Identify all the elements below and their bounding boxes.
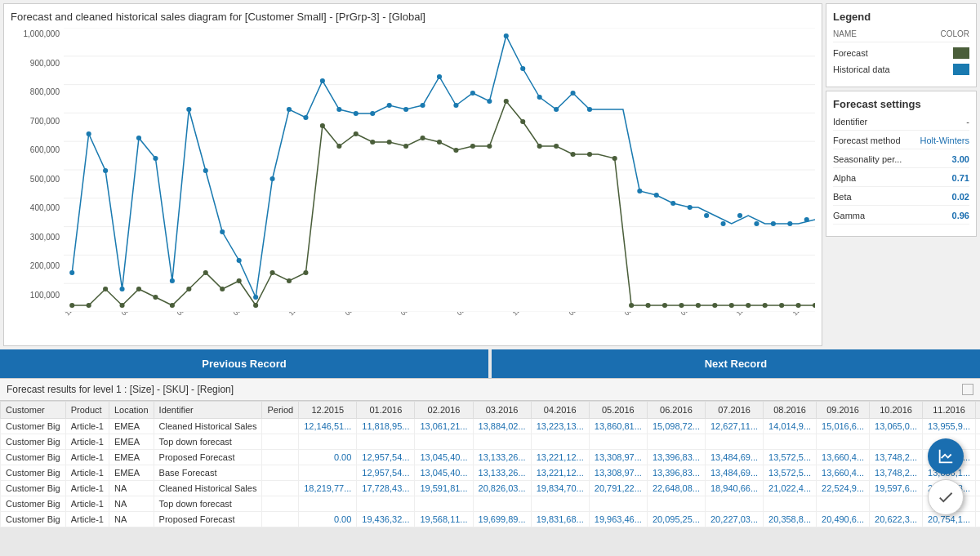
next-record-button[interactable]: Next Record <box>492 349 980 378</box>
settings-title: Forecast settings <box>833 98 969 110</box>
col-01-2016: 01.2016 <box>357 402 415 419</box>
table-title: Forecast results for level 1 : [Size] - … <box>7 384 234 395</box>
svg-point-14 <box>119 287 124 291</box>
setting-label-gamma: Gamma <box>833 211 865 220</box>
legend-item-historical: Historical data <box>833 64 969 75</box>
col-05-2016: 05.2016 <box>589 402 647 419</box>
svg-point-39 <box>537 95 542 100</box>
svg-point-62 <box>203 270 208 275</box>
svg-point-72 <box>370 140 375 145</box>
svg-point-48 <box>720 221 725 226</box>
svg-point-76 <box>437 140 442 145</box>
svg-point-55 <box>87 303 91 308</box>
svg-point-66 <box>270 270 274 275</box>
svg-point-52 <box>787 221 792 226</box>
svg-point-35 <box>470 91 475 96</box>
setting-row-beta: Beta 0.02 <box>833 192 969 206</box>
fab-chart-button[interactable] <box>928 438 964 474</box>
fab-check-button[interactable] <box>928 479 964 515</box>
setting-row-alpha: Alpha 0.71 <box>833 173 969 187</box>
svg-point-94 <box>746 303 751 308</box>
setting-value-gamma: 0.96 <box>952 211 969 220</box>
col-12-2016: 12.2016 <box>976 402 980 419</box>
setting-row-seasonality: Seasonality per... 3.00 <box>833 154 969 168</box>
legend-historical-label: Historical data <box>833 64 890 74</box>
svg-point-58 <box>136 287 141 291</box>
svg-point-33 <box>437 74 442 79</box>
col-08-2016: 08.2016 <box>764 402 817 419</box>
svg-point-68 <box>303 270 308 275</box>
nav-buttons: Previous Record Next Record <box>0 349 980 378</box>
svg-point-15 <box>136 136 141 140</box>
forecast-settings-box: Forecast settings Identifier - Forecast … <box>826 91 977 237</box>
setting-row-method: Forecast method Holt-Winters <box>833 136 969 149</box>
svg-point-27 <box>336 107 341 112</box>
setting-value-method[interactable]: Holt-Winters <box>920 136 969 145</box>
setting-row-gamma: Gamma 0.96 <box>833 211 969 225</box>
prev-record-button[interactable]: Previous Record <box>0 349 488 378</box>
svg-point-57 <box>119 303 124 308</box>
table-container: Customer Product Location Identifier Per… <box>0 401 980 527</box>
svg-point-96 <box>779 303 784 308</box>
legend-forecast-color <box>953 47 969 59</box>
svg-point-32 <box>420 103 425 108</box>
svg-point-50 <box>754 221 759 226</box>
svg-point-64 <box>237 278 242 283</box>
results-table: Customer Product Location Identifier Per… <box>0 401 980 527</box>
chart-title: Forecast and cleaned historical sales di… <box>11 11 815 23</box>
svg-point-78 <box>470 144 475 149</box>
col-03-2016: 03.2016 <box>473 402 531 419</box>
svg-point-38 <box>520 66 525 71</box>
svg-point-37 <box>504 33 509 38</box>
table-row: Customer BigArticle-1EMEATop down foreca… <box>1 434 981 450</box>
setting-value-beta: 0.02 <box>952 192 969 202</box>
top-section: Forecast and cleaned historical sales di… <box>0 0 980 349</box>
setting-label-alpha: Alpha <box>833 173 856 183</box>
table-expand-icon[interactable] <box>962 384 973 395</box>
right-panel: Legend NAME COLOR Forecast Historical da… <box>826 3 977 346</box>
col-period: Period <box>262 402 299 419</box>
table-row: Customer BigArticle-1EMEAProposed Foreca… <box>1 450 981 465</box>
svg-point-44 <box>654 193 659 198</box>
main-container: Forecast and cleaned historical sales di… <box>0 0 980 527</box>
svg-point-67 <box>287 278 292 283</box>
svg-point-12 <box>87 131 91 136</box>
svg-point-98 <box>813 303 815 308</box>
svg-point-77 <box>453 148 458 153</box>
svg-point-29 <box>370 111 375 116</box>
svg-point-91 <box>696 303 701 308</box>
svg-point-40 <box>554 107 559 112</box>
col-02-2016: 02.2016 <box>415 402 473 419</box>
setting-value-identifier: - <box>966 117 969 127</box>
legend-box: Legend NAME COLOR Forecast Historical da… <box>826 3 977 87</box>
svg-point-51 <box>771 221 776 226</box>
svg-point-88 <box>645 303 650 308</box>
svg-point-63 <box>220 287 225 291</box>
svg-point-17 <box>170 278 175 283</box>
svg-point-87 <box>629 303 634 308</box>
col-09-2016: 09.2016 <box>817 402 870 419</box>
svg-point-89 <box>662 303 667 308</box>
svg-point-79 <box>487 144 492 149</box>
svg-point-22 <box>253 295 258 300</box>
svg-point-47 <box>704 213 709 218</box>
svg-point-71 <box>354 131 359 136</box>
svg-point-26 <box>320 78 325 83</box>
svg-point-16 <box>153 156 158 161</box>
chart-wrapper: 1,000,000 900,000 800,000 700,000 600,00… <box>11 28 815 330</box>
setting-row-identifier: Identifier - <box>833 117 969 131</box>
table-row: Customer BigArticle-1EMEABase Forecast12… <box>1 465 981 481</box>
svg-point-28 <box>354 111 359 116</box>
setting-label-method: Forecast method <box>833 136 901 145</box>
svg-point-56 <box>103 287 108 291</box>
setting-label-identifier: Identifier <box>833 117 867 127</box>
legend-forecast-label: Forecast <box>833 48 868 58</box>
col-identifier: Identifier <box>154 402 262 419</box>
svg-point-34 <box>453 103 458 108</box>
svg-point-25 <box>303 115 308 120</box>
svg-point-73 <box>387 140 392 145</box>
svg-point-30 <box>387 103 392 108</box>
svg-point-92 <box>712 303 717 308</box>
setting-label-beta: Beta <box>833 192 852 202</box>
col-11-2016: 11.2016 <box>923 402 976 419</box>
